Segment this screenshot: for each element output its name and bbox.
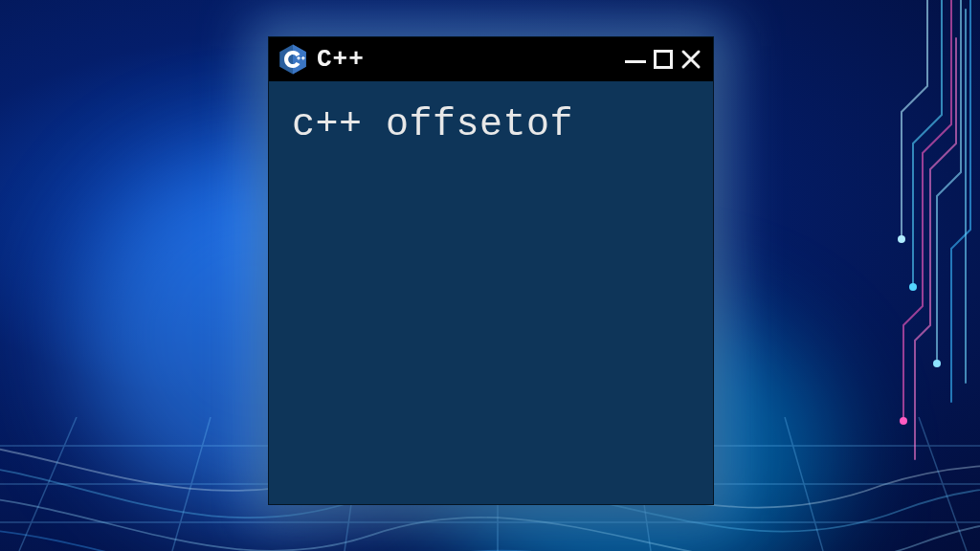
- terminal-content[interactable]: c++ offsetof: [269, 81, 713, 504]
- window-controls: [625, 49, 702, 70]
- svg-point-11: [909, 283, 917, 291]
- svg-marker-16: [293, 44, 306, 74]
- svg-point-14: [898, 235, 905, 243]
- svg-point-12: [900, 417, 907, 425]
- circuit-lines: [712, 0, 980, 551]
- content-text: c++ offsetof: [292, 103, 573, 146]
- close-button[interactable]: [680, 49, 702, 70]
- svg-point-13: [933, 360, 941, 367]
- maximize-button[interactable]: [654, 50, 673, 69]
- cpp-logo-icon: [278, 43, 307, 76]
- terminal-window: C++ c++ offsetof: [268, 36, 714, 505]
- minimize-button[interactable]: [625, 60, 646, 63]
- svg-rect-20: [302, 56, 303, 60]
- window-title: C++: [317, 45, 615, 74]
- titlebar[interactable]: C++: [269, 37, 713, 81]
- svg-rect-18: [298, 56, 299, 60]
